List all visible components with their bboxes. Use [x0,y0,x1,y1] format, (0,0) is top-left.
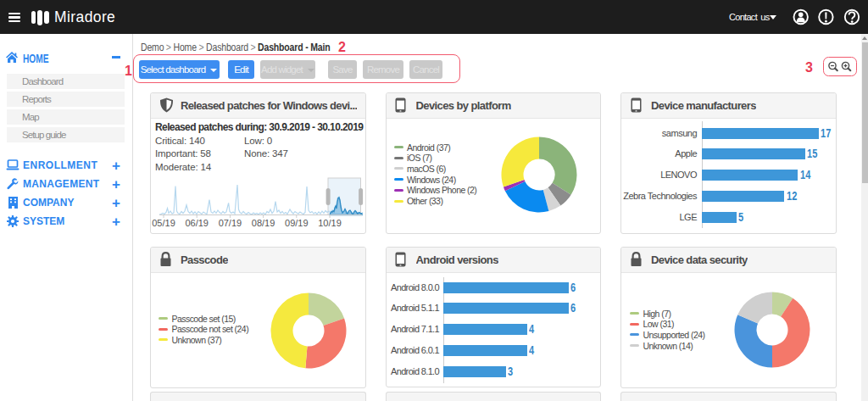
svg-text:10/19: 10/19 [318,218,342,228]
svg-text:05/19: 05/19 [152,218,175,228]
svg-text:09/19: 09/19 [285,218,309,228]
svg-text:07/19: 07/19 [219,218,242,228]
svg-text:06/19: 06/19 [185,218,209,228]
svg-text:08/19: 08/19 [252,218,275,228]
